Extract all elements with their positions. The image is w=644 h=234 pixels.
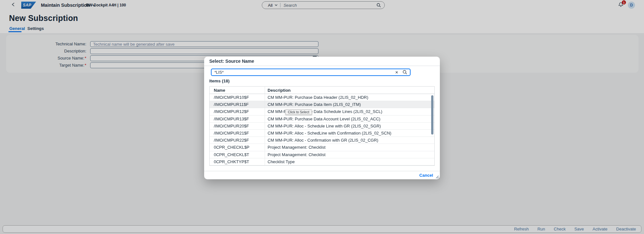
table-row-hovered[interactable]: /IMO/CMPUR11$F CM MM-PUR: Purchase Data … <box>210 101 434 108</box>
cell-name: /IMO/CMPUR22$F <box>210 137 265 144</box>
cell-name: /IMO/CMPUR11$F <box>210 101 265 108</box>
table-row[interactable]: /IMO/CMPUR22$F CM MM-PUR: Alloc - Confir… <box>210 137 434 144</box>
table-header-row: Name Description <box>210 87 434 94</box>
cancel-button[interactable]: Cancel <box>419 173 433 178</box>
cell-description: CM MM-PUR: Alloc - Confirmation with GR … <box>265 137 434 144</box>
cell-name: /IMO/CMPUR12$F <box>210 108 265 115</box>
cell-description: Checklist Type <box>265 158 434 165</box>
select-source-dialog: Select: Source Name ✕ Items (18) Name De… <box>204 57 440 179</box>
dialog-search-field[interactable]: ✕ <box>211 69 411 76</box>
dialog-footer: Cancel <box>204 171 440 179</box>
search-icon[interactable] <box>402 70 407 75</box>
column-header-name[interactable]: Name <box>210 87 265 94</box>
table-row[interactable]: 0CPR_CHECKL$T Project Management: Checkl… <box>210 151 434 158</box>
cell-description: CM MM-PUR: Alloc - SchedLine with Confir… <box>265 130 434 136</box>
dialog-search-input[interactable] <box>212 70 395 75</box>
cell-name: /IMO/CMPUR21$F <box>210 130 265 136</box>
dialog-title: Select: Source Name <box>209 57 254 66</box>
cell-name: /IMO/CMPUR13$F <box>210 116 265 122</box>
cell-name: 0CPR_CHECKL$P <box>210 144 265 151</box>
table-row[interactable]: /IMO/CMPUR12$F CM MM-PUR: Purchase Data … <box>210 108 434 115</box>
cell-name: /IMO/CMPUR10$F <box>210 94 265 101</box>
click-to-select-tooltip: Click to Select <box>285 109 312 115</box>
table-row[interactable]: /IMO/CMPUR10$F CM MM-PUR: Purchase Data … <box>210 94 434 101</box>
table-row[interactable]: /IMO/CMPUR13$F CM MM-PUR: Purchase Data … <box>210 116 434 123</box>
table-row[interactable]: 0CPR_CHECKL$P Project Management: Checkl… <box>210 144 434 151</box>
cell-description: Project Management: Checklist <box>265 144 434 151</box>
table-row[interactable]: 0CPR_CHKTYP$T Checklist Type <box>210 158 434 165</box>
dialog-header: Select: Source Name <box>204 57 440 66</box>
cell-description: CM MM-PUR: Purchase Data Account Level (… <box>265 116 434 122</box>
items-count-heading: Items (18) <box>209 79 230 83</box>
results-table: Name Description /IMO/CMPUR10$F CM MM-PU… <box>209 86 435 166</box>
cell-description: Project Management: Checklist <box>265 151 434 158</box>
cell-name: /IMO/CMPUR20$F <box>210 123 265 129</box>
cell-description: CM MM-PUR: Purchase Data Header (2LIS_02… <box>265 94 434 101</box>
scrollbar-thumb[interactable] <box>431 95 433 135</box>
table-row[interactable]: /IMO/CMPUR20$F CM MM-PUR: Alloc - Schedu… <box>210 123 434 130</box>
cell-name: 0CPR_CHECKL$T <box>210 151 265 158</box>
table-row[interactable]: /IMO/CMPUR21$F CM MM-PUR: Alloc - SchedL… <box>210 130 434 137</box>
column-header-description[interactable]: Description <box>265 87 434 94</box>
cell-description: CM MM-PUR: Alloc - Schedule Line with GR… <box>265 123 434 129</box>
clear-icon[interactable]: ✕ <box>395 70 398 74</box>
cell-description: CM MM-PUR: Purchase Data Item (2LIS_02_I… <box>265 101 434 108</box>
resize-handle-icon[interactable] <box>436 175 439 179</box>
cell-name: 0CPR_CHKTYP$T <box>210 158 265 165</box>
